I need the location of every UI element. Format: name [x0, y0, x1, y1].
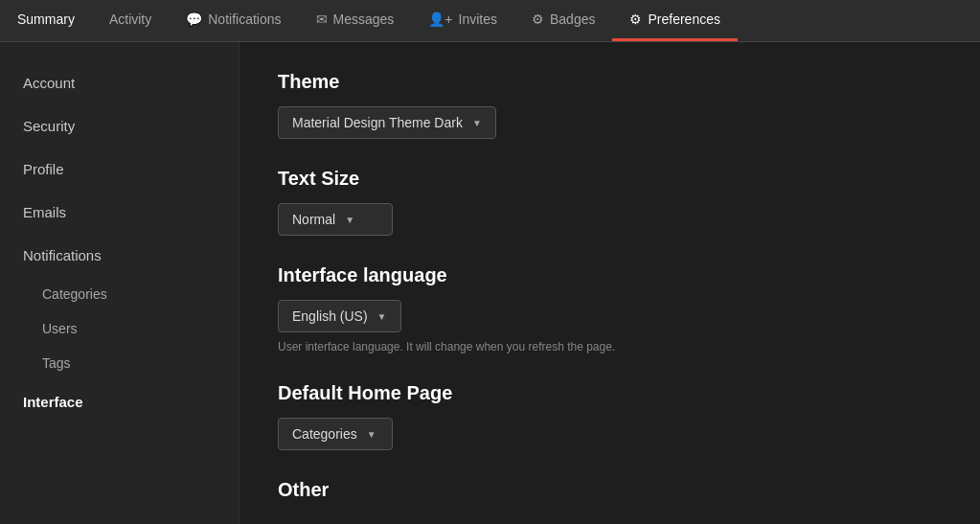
default-home-page-dropdown-arrow: ▼	[367, 429, 376, 440]
text-size-dropdown-arrow: ▼	[345, 215, 354, 225]
interface-language-dropdown[interactable]: English (US) ▼	[278, 300, 401, 332]
main-layout: Account Security Profile Emails Notifica…	[0, 42, 980, 524]
theme-dropdown[interactable]: Material Design Theme Dark ▼	[278, 106, 496, 139]
text-size-title: Text Size	[278, 168, 942, 190]
top-nav: Summary Activity 💬 Notifications ✉ Messa…	[0, 0, 980, 42]
nav-label-messages: Messages	[333, 11, 395, 27]
sidebar-item-emails[interactable]: Emails	[0, 191, 239, 234]
theme-value: Material Design Theme Dark	[292, 115, 463, 130]
nav-item-activity[interactable]: Activity	[92, 0, 169, 41]
theme-title: Theme	[278, 71, 942, 93]
interface-language-title: Interface language	[278, 264, 942, 286]
text-size-dropdown[interactable]: Normal ▼	[278, 203, 393, 236]
sidebar-item-users[interactable]: Users	[0, 311, 239, 346]
preferences-gear-icon: ⚙	[629, 11, 642, 27]
default-home-page-dropdown[interactable]: Categories ▼	[278, 418, 393, 450]
badges-gear-icon: ⚙	[532, 11, 544, 27]
nav-label-preferences: Preferences	[648, 11, 719, 27]
theme-dropdown-arrow: ▼	[472, 118, 482, 128]
nav-label-notifications: Notifications	[208, 11, 281, 27]
invite-icon: 👤+	[428, 11, 452, 27]
nav-item-notifications[interactable]: 💬 Notifications	[169, 0, 298, 41]
sidebar-item-notifications[interactable]: Notifications	[0, 234, 239, 277]
sidebar-item-profile[interactable]: Profile	[0, 148, 239, 191]
default-home-page-value: Categories	[292, 426, 357, 442]
text-size-section: Text Size Normal ▼	[278, 168, 942, 236]
text-size-value: Normal	[292, 212, 335, 227]
interface-language-dropdown-arrow: ▼	[377, 311, 387, 322]
other-section: Other	[278, 479, 942, 501]
interface-language-hint: User interface language. It will change …	[278, 340, 942, 353]
nav-label-summary: Summary	[17, 11, 75, 27]
chat-icon: 💬	[186, 11, 202, 27]
nav-item-badges[interactable]: ⚙ Badges	[514, 0, 612, 41]
nav-item-invites[interactable]: 👤+ Invites	[411, 0, 514, 41]
preferences-content: Theme Material Design Theme Dark ▼ Text …	[239, 42, 980, 524]
default-home-page-title: Default Home Page	[278, 382, 942, 404]
sidebar-item-categories[interactable]: Categories	[0, 277, 239, 311]
other-title: Other	[278, 479, 942, 501]
nav-label-invites: Invites	[459, 11, 497, 27]
interface-language-value: English (US)	[292, 308, 368, 324]
sidebar-item-interface[interactable]: Interface	[0, 380, 239, 423]
sidebar-item-tags[interactable]: Tags	[0, 346, 239, 380]
interface-language-section: Interface language English (US) ▼ User i…	[278, 264, 942, 353]
nav-item-preferences[interactable]: ⚙ Preferences	[612, 0, 737, 41]
default-home-page-section: Default Home Page Categories ▼	[278, 382, 942, 450]
sidebar-item-security[interactable]: Security	[0, 104, 239, 148]
theme-section: Theme Material Design Theme Dark ▼	[278, 71, 942, 139]
sidebar: Account Security Profile Emails Notifica…	[0, 42, 239, 524]
sidebar-item-account[interactable]: Account	[0, 61, 239, 104]
nav-item-summary[interactable]: Summary	[0, 0, 92, 41]
mail-icon: ✉	[316, 11, 328, 27]
nav-label-activity: Activity	[109, 11, 151, 27]
nav-label-badges: Badges	[550, 11, 595, 27]
nav-item-messages[interactable]: ✉ Messages	[299, 0, 412, 41]
